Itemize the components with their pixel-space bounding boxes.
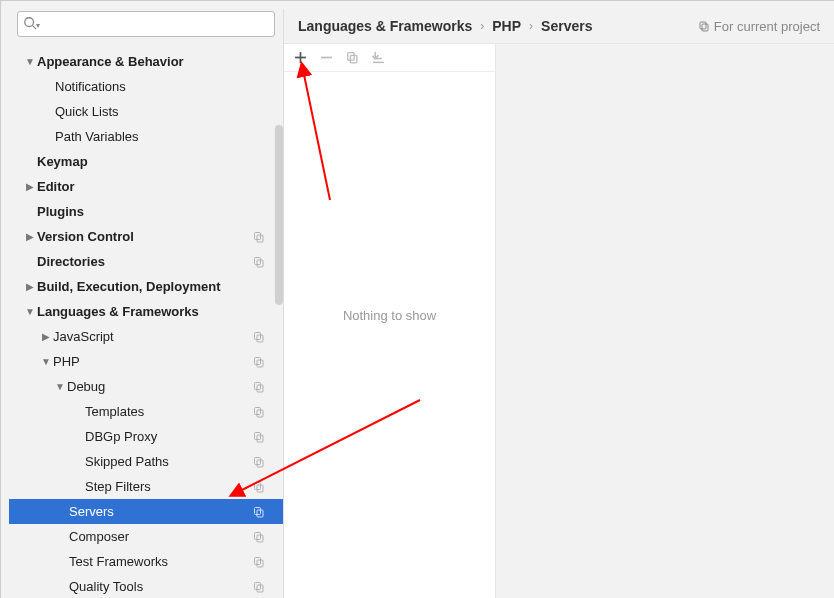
tree-item-label: Notifications: [55, 79, 265, 94]
tree-item-javascript[interactable]: ▶JavaScript: [9, 324, 283, 349]
tree-item-label: Path Variables: [55, 129, 265, 144]
tree-item-path-variables[interactable]: Path Variables: [9, 124, 283, 149]
svg-point-0: [25, 18, 34, 27]
settings-tree-panel: ▾ ▼Appearance & BehaviorNotificationsQui…: [9, 9, 283, 598]
tree-item-label: Templates: [85, 404, 253, 419]
tree-item-label: Step Filters: [85, 479, 253, 494]
expand-arrow-icon[interactable]: ▶: [25, 281, 35, 292]
tree-item-label: Version Control: [37, 229, 253, 244]
tree-item-label: Appearance & Behavior: [37, 54, 265, 69]
tree-item-label: Build, Execution, Deployment: [37, 279, 265, 294]
expand-arrow-icon: ▶: [25, 156, 35, 167]
search-input[interactable]: [17, 11, 275, 37]
breadcrumb-segment[interactable]: PHP: [492, 18, 521, 34]
tree-item-label: Plugins: [37, 204, 265, 219]
tree-item-label: Debug: [67, 379, 253, 394]
expand-arrow-icon[interactable]: ▶: [25, 181, 35, 192]
tree-item-appearance-behavior[interactable]: ▼Appearance & Behavior: [9, 49, 283, 74]
tree-item-label: Languages & Frameworks: [37, 304, 265, 319]
tree-item-label: Test Frameworks: [69, 554, 253, 569]
copy-icon: [698, 20, 710, 32]
breadcrumb-segment[interactable]: Languages & Frameworks: [298, 18, 472, 34]
expand-arrow-icon[interactable]: ▼: [41, 356, 51, 367]
tree-item-label: PHP: [53, 354, 253, 369]
tree-item-plugins[interactable]: ▶Plugins: [9, 199, 283, 224]
tree-item-php[interactable]: ▼PHP: [9, 349, 283, 374]
copy-icon: [253, 556, 265, 568]
breadcrumb-segment: Servers: [541, 18, 592, 34]
tree-item-test-frameworks[interactable]: Test Frameworks: [9, 549, 283, 574]
copy-icon: [253, 456, 265, 468]
copy-icon: [253, 231, 265, 243]
svg-rect-31: [702, 24, 708, 31]
tree-item-label: Quick Lists: [55, 104, 265, 119]
search-history-dropdown-icon[interactable]: ▾: [36, 21, 40, 30]
tree-item-notifications[interactable]: Notifications: [9, 74, 283, 99]
expand-arrow-icon: ▶: [25, 256, 35, 267]
project-scope-indicator: For current project: [698, 19, 820, 34]
expand-arrow-icon[interactable]: ▼: [25, 306, 35, 317]
copy-icon: [253, 531, 265, 543]
servers-toolbar: [284, 44, 495, 72]
tree-item-dbgp-proxy[interactable]: DBGp Proxy: [9, 424, 283, 449]
copy-button: [344, 50, 360, 66]
breadcrumb-separator-icon: ›: [529, 19, 533, 33]
copy-icon: [253, 506, 265, 518]
scope-label: For current project: [714, 19, 820, 34]
breadcrumb: Languages & Frameworks›PHP›Servers: [298, 18, 692, 34]
server-detail-panel: [496, 44, 834, 598]
expand-arrow-icon[interactable]: ▼: [25, 56, 35, 67]
tree-item-step-filters[interactable]: Step Filters: [9, 474, 283, 499]
tree-item-label: Quality Tools: [69, 579, 253, 594]
tree-item-editor[interactable]: ▶Editor: [9, 174, 283, 199]
tree-item-composer[interactable]: Composer: [9, 524, 283, 549]
tree-item-label: Keymap: [37, 154, 265, 169]
tree-item-quick-lists[interactable]: Quick Lists: [9, 99, 283, 124]
tree-item-label: Editor: [37, 179, 265, 194]
settings-tree[interactable]: ▼Appearance & BehaviorNotificationsQuick…: [9, 45, 283, 598]
tree-item-templates[interactable]: Templates: [9, 399, 283, 424]
tree-item-servers[interactable]: Servers: [9, 499, 283, 524]
tree-item-directories[interactable]: ▶Directories: [9, 249, 283, 274]
tree-item-label: JavaScript: [53, 329, 253, 344]
copy-icon: [253, 481, 265, 493]
tree-item-label: Servers: [69, 504, 253, 519]
servers-list-panel: Nothing to show: [284, 44, 496, 598]
expand-arrow-icon[interactable]: ▶: [25, 231, 35, 242]
search-icon: [23, 16, 37, 30]
tree-item-keymap[interactable]: ▶Keymap: [9, 149, 283, 174]
copy-icon: [253, 256, 265, 268]
tree-item-label: Composer: [69, 529, 253, 544]
tree-item-version-control[interactable]: ▶Version Control: [9, 224, 283, 249]
tree-item-build-execution-deployment[interactable]: ▶Build, Execution, Deployment: [9, 274, 283, 299]
settings-content-panel: Languages & Frameworks›PHP›Servers For c…: [283, 9, 834, 598]
copy-icon: [253, 406, 265, 418]
copy-icon: [253, 581, 265, 593]
expand-arrow-icon[interactable]: ▼: [55, 381, 65, 392]
scrollbar-thumb[interactable]: [275, 125, 283, 305]
tree-item-debug[interactable]: ▼Debug: [9, 374, 283, 399]
copy-icon: [253, 431, 265, 443]
expand-arrow-icon[interactable]: ▶: [41, 331, 51, 342]
copy-icon: [253, 356, 265, 368]
svg-rect-30: [700, 22, 706, 29]
breadcrumb-separator-icon: ›: [480, 19, 484, 33]
tree-item-label: Directories: [37, 254, 253, 269]
empty-state-text: Nothing to show: [284, 72, 495, 598]
tree-item-quality-tools[interactable]: Quality Tools: [9, 574, 283, 598]
remove-button: [318, 50, 334, 66]
tree-item-label: Skipped Paths: [85, 454, 253, 469]
add-button[interactable]: [292, 50, 308, 66]
import-button: [370, 50, 386, 66]
tree-item-skipped-paths[interactable]: Skipped Paths: [9, 449, 283, 474]
tree-item-languages-frameworks[interactable]: ▼Languages & Frameworks: [9, 299, 283, 324]
copy-icon: [253, 381, 265, 393]
copy-icon: [253, 331, 265, 343]
expand-arrow-icon: ▶: [25, 206, 35, 217]
tree-item-label: DBGp Proxy: [85, 429, 253, 444]
